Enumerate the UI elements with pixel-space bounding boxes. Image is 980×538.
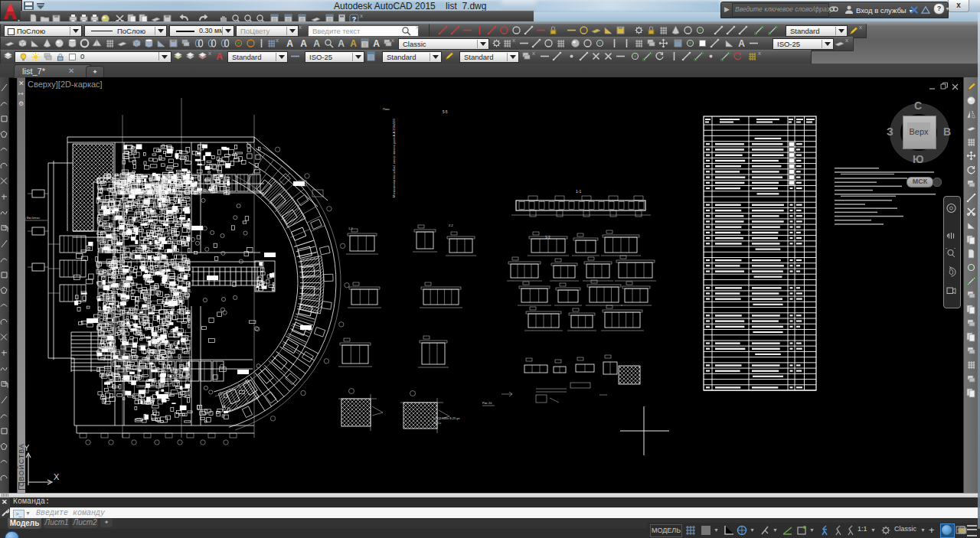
svg-text:A: A xyxy=(373,38,380,48)
svg-text:Пояс: Пояс xyxy=(383,107,390,111)
svg-text:A: A xyxy=(313,38,320,48)
svg-text:Монолитная багка Бм1 смотр пан: Монолитная багка Бм1 смотр панель узла А… xyxy=(392,119,396,197)
svg-text:30 Сс: 30 Сс xyxy=(433,421,441,425)
svg-text:5-5: 5-5 xyxy=(443,110,448,114)
svg-text:1-1: 1-1 xyxy=(576,189,581,194)
svg-text:A: A xyxy=(300,38,307,48)
svg-text:1-1: 1-1 xyxy=(348,227,354,230)
svg-text:Рис 2б: Рис 2б xyxy=(482,401,492,405)
svg-text:A: A xyxy=(738,38,745,48)
svg-text:A: A xyxy=(350,38,357,48)
svg-text:A: A xyxy=(338,38,345,48)
svg-text:Основание под Фм бетон: Основание под Фм бетон xyxy=(25,216,40,220)
svg-text:Y: Y xyxy=(25,443,30,452)
svg-text:A: A xyxy=(286,38,293,48)
svg-text:ГОСТ 530х 8-25 уп: ГОСТ 530х 8-25 уп xyxy=(433,416,459,420)
svg-text:X: X xyxy=(54,472,60,481)
svg-text:Сверху][2D-каркас]: Сверху][2D-каркас] xyxy=(28,80,103,89)
svg-text:3-3: 3-3 xyxy=(545,236,550,240)
svg-text:A: A xyxy=(216,51,223,61)
svg-text:2-2: 2-2 xyxy=(449,223,454,227)
